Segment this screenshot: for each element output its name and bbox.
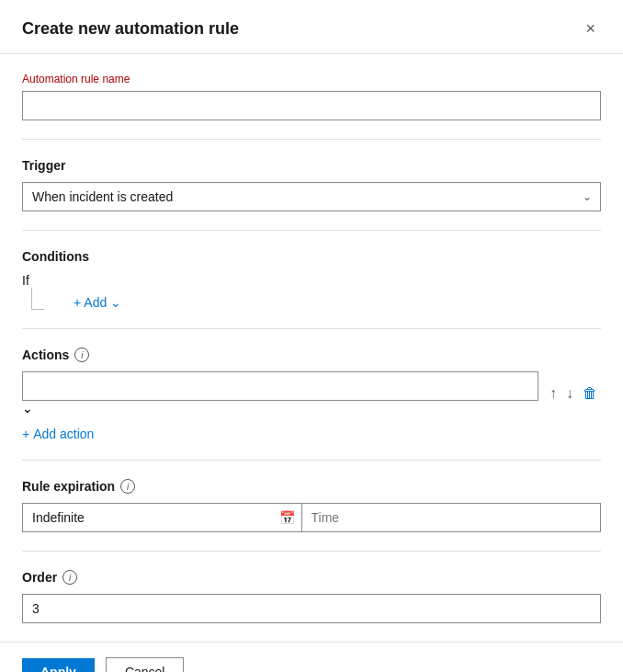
expiration-date-wrapper: 📅 bbox=[22, 503, 302, 532]
close-button[interactable]: × bbox=[580, 18, 601, 39]
expiration-row: 📅 bbox=[22, 503, 601, 532]
rule-expiration-section: Rule expiration i 📅 bbox=[22, 461, 601, 552]
trigger-section: Trigger When incident is created When in… bbox=[22, 140, 601, 231]
trigger-label: Trigger bbox=[22, 158, 601, 173]
actions-select[interactable] bbox=[22, 371, 538, 401]
actions-move-down-button[interactable]: ↓ bbox=[562, 382, 577, 405]
rule-expiration-info-icon: i bbox=[120, 479, 135, 494]
actions-move-up-button[interactable]: ↑ bbox=[546, 382, 561, 405]
add-condition-chevron-icon: ⌄ bbox=[110, 295, 121, 310]
dialog-title: Create new automation rule bbox=[22, 19, 239, 39]
add-condition-container: + Add ⌄ bbox=[51, 295, 121, 310]
tree-connector bbox=[31, 288, 44, 310]
actions-label: Actions bbox=[22, 347, 69, 362]
actions-section: Actions i ⌄ ↑ ↓ bbox=[22, 329, 601, 461]
trigger-select-wrapper: When incident is created When incident i… bbox=[22, 182, 601, 211]
add-action-label: Add action bbox=[33, 427, 94, 441]
actions-select-wrapper: ⌄ bbox=[22, 371, 538, 416]
trigger-select[interactable]: When incident is created When incident i… bbox=[22, 182, 601, 211]
if-label: If bbox=[22, 273, 601, 288]
add-action-plus-icon: + bbox=[22, 427, 29, 441]
condition-tree-line: + Add ⌄ bbox=[22, 291, 601, 310]
actions-row: ⌄ ↑ ↓ 🗑 bbox=[22, 371, 601, 416]
automation-rule-name-label: Automation rule name bbox=[22, 73, 601, 85]
expiration-date-input[interactable] bbox=[22, 503, 302, 532]
expiration-time-input[interactable] bbox=[302, 503, 602, 532]
actions-info-icon: i bbox=[74, 347, 89, 362]
order-info-icon: i bbox=[62, 570, 77, 585]
rule-expiration-label: Rule expiration bbox=[22, 479, 115, 494]
actions-label-row: Actions i bbox=[22, 347, 601, 362]
automation-rule-name-section: Automation rule name bbox=[22, 54, 601, 140]
add-condition-button[interactable]: + Add ⌄ bbox=[74, 295, 121, 310]
dialog-header: Create new automation rule × bbox=[0, 0, 623, 54]
order-label: Order bbox=[22, 570, 57, 585]
actions-delete-button[interactable]: 🗑 bbox=[579, 382, 601, 405]
order-section: Order i bbox=[22, 552, 601, 642]
dialog-body: Automation rule name Trigger When incide… bbox=[0, 54, 623, 642]
conditions-section: Conditions If + Add ⌄ bbox=[22, 231, 601, 329]
actions-icons-group: ↑ ↓ 🗑 bbox=[546, 382, 601, 405]
delete-icon: 🗑 bbox=[583, 385, 597, 402]
add-condition-label: + Add bbox=[74, 295, 107, 310]
order-label-row: Order i bbox=[22, 570, 601, 585]
apply-button[interactable]: Apply bbox=[22, 658, 95, 672]
actions-chevron-icon: ⌄ bbox=[22, 401, 33, 416]
rule-expiration-label-row: Rule expiration i bbox=[22, 479, 601, 494]
add-action-button[interactable]: + Add action bbox=[22, 427, 94, 441]
dialog-footer: Apply Cancel bbox=[0, 642, 623, 672]
cancel-button[interactable]: Cancel bbox=[106, 657, 185, 672]
order-input[interactable] bbox=[22, 594, 601, 623]
create-automation-rule-dialog: Create new automation rule × Automation … bbox=[0, 0, 623, 672]
move-up-icon: ↑ bbox=[549, 385, 557, 402]
conditions-label: Conditions bbox=[22, 249, 601, 264]
automation-rule-name-input[interactable] bbox=[22, 91, 601, 120]
move-down-icon: ↓ bbox=[566, 385, 573, 402]
